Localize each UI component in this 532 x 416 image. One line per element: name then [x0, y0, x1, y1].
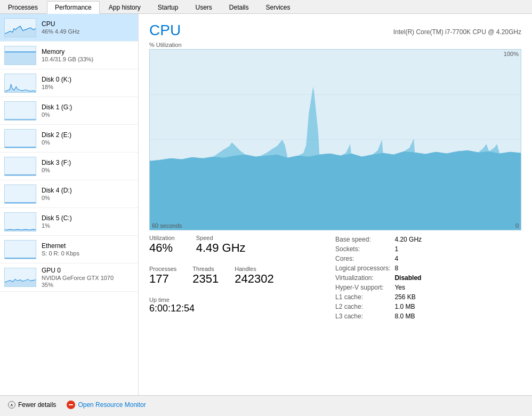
disk1-value: 0%	[42, 111, 134, 118]
info-row-basespeed: Base speed: 4.20 GHz	[335, 235, 422, 244]
gpu0-value: 35%	[42, 282, 134, 288]
hyperv-value: Yes	[394, 283, 422, 292]
utilization-label: % Utilization	[149, 42, 521, 48]
graph-max-label: 100%	[504, 51, 519, 57]
logical-label: Logical processors:	[335, 263, 394, 273]
memory-value: 10.4/31.9 GB (33%)	[42, 56, 134, 62]
handles-stat-value: 242302	[235, 272, 273, 286]
sidebar-item-cpu[interactable]: CPU 46% 4.49 GHz	[0, 14, 138, 42]
disk1-label: Disk 1 (G:)	[42, 103, 134, 111]
stats-right: Base speed: 4.20 GHz Sockets: 1 Cores: 4…	[335, 235, 521, 321]
info-row-sockets: Sockets: 1	[335, 244, 422, 254]
sidebar-item-gpu0[interactable]: GPU 0 NVIDIA GeForce GTX 1070 35%	[0, 263, 138, 292]
tab-app-history[interactable]: App history	[101, 1, 149, 13]
gpu0-info: GPU 0 NVIDIA GeForce GTX 1070 35%	[42, 267, 134, 288]
info-row-l3: L3 cache: 8.0 MB	[335, 311, 422, 321]
detail-header: CPU Intel(R) Core(TM) i7-7700K CPU @ 4.2…	[149, 22, 521, 39]
sidebar-item-disk0[interactable]: Disk 0 (K:) 18%	[0, 69, 138, 97]
info-row-logical: Logical processors: 8	[335, 263, 422, 273]
disk2-info: Disk 2 (E:) 0%	[42, 131, 134, 146]
disk3-value: 0%	[42, 167, 134, 173]
l2-label: L2 cache:	[335, 302, 394, 311]
sockets-label: Sockets:	[335, 244, 394, 254]
threads-stat-value: 2351	[192, 272, 219, 286]
gpu0-subvalue: NVIDIA GeForce GTX 1070	[42, 275, 134, 281]
sidebar-item-memory[interactable]: Memory 10.4/31.9 GB (33%)	[0, 42, 138, 69]
memory-mini-chart	[4, 46, 36, 65]
logical-value: 8	[394, 263, 422, 273]
cpu-label: CPU	[42, 20, 134, 28]
tab-users[interactable]: Users	[187, 1, 220, 13]
ethernet-info: Ethernet S: 0 R: 0 Kbps	[42, 242, 134, 257]
processes-stat-value: 177	[149, 272, 176, 286]
disk4-info: Disk 4 (D:) 0%	[42, 187, 134, 201]
l1-value: 256 KB	[394, 292, 422, 302]
cpu-graph-svg	[150, 50, 521, 230]
ethernet-mini-chart	[4, 240, 36, 259]
ethernet-label: Ethernet	[42, 242, 134, 250]
sidebar-item-disk5[interactable]: Disk 5 (C:) 1%	[0, 208, 138, 236]
base-speed-label: Base speed:	[335, 235, 394, 244]
sidebar-item-disk3[interactable]: Disk 3 (F:) 0%	[0, 153, 138, 180]
detail-title: CPU	[149, 22, 181, 39]
resource-monitor-icon	[67, 401, 75, 409]
chevron-up-icon: ∧	[8, 401, 15, 409]
stats-left: Utilization 46% Speed 4.49 GHz Processes…	[149, 235, 335, 321]
disk3-mini-chart	[4, 157, 36, 176]
uptime-stat: Up time 6:00:12:54	[149, 297, 335, 314]
sidebar-item-disk4[interactable]: Disk 4 (D:) 0%	[0, 180, 138, 208]
sockets-value: 1	[394, 244, 422, 254]
utilization-stat: Utilization 46%	[149, 235, 175, 255]
disk2-label: Disk 2 (E:)	[42, 131, 134, 139]
sidebar-item-ethernet[interactable]: Ethernet S: 0 R: 0 Kbps	[0, 236, 138, 263]
virtualization-label: Virtualization:	[335, 273, 394, 283]
uptime-stat-value: 6:00:12:54	[149, 303, 335, 314]
utilization-stat-label: Utilization	[149, 235, 175, 241]
tab-performance[interactable]: Performance	[47, 1, 100, 14]
handles-stat-label: Handles	[235, 266, 273, 272]
disk1-mini-chart	[4, 101, 36, 121]
footer-bar: ∧ Fewer details Open Resource Monitor	[0, 395, 532, 414]
cores-value: 4	[394, 254, 422, 263]
cpu-value: 46% 4.49 GHz	[42, 28, 134, 35]
fewer-details-button[interactable]: ∧ Fewer details	[8, 401, 56, 409]
virtualization-value: Disabled	[394, 273, 422, 283]
disk0-label: Disk 0 (K:)	[42, 76, 134, 83]
gpu0-label: GPU 0	[42, 267, 134, 274]
disk0-mini-chart	[4, 74, 36, 93]
utilization-stat-value: 46%	[149, 241, 175, 255]
disk4-value: 0%	[42, 195, 134, 201]
cpu-graph: 100% 0 60 seconds	[149, 49, 521, 230]
l3-value: 8.0 MB	[394, 311, 422, 321]
uptime-stat-label: Up time	[149, 297, 335, 303]
disk4-label: Disk 4 (D:)	[42, 187, 134, 194]
disk5-info: Disk 5 (C:) 1%	[42, 214, 134, 229]
hyperv-label: Hyper-V support:	[335, 283, 394, 292]
l1-label: L1 cache:	[335, 292, 394, 302]
open-resource-monitor-button[interactable]: Open Resource Monitor	[67, 401, 146, 409]
disk0-value: 18%	[42, 84, 134, 90]
fewer-details-label: Fewer details	[18, 401, 56, 409]
graph-time-label: 60 seconds	[152, 222, 182, 229]
info-row-hyperv: Hyper-V support: Yes	[335, 283, 422, 292]
info-row-cores: Cores: 4	[335, 254, 422, 263]
disk3-label: Disk 3 (F:)	[42, 159, 134, 166]
sidebar-item-disk1[interactable]: Disk 1 (G:) 0%	[0, 97, 138, 125]
handles-stat: Handles 242302	[235, 266, 273, 286]
tab-startup[interactable]: Startup	[150, 1, 187, 13]
disk0-info: Disk 0 (K:) 18%	[42, 76, 134, 90]
disk4-mini-chart	[4, 185, 36, 204]
tab-processes[interactable]: Processes	[0, 1, 46, 13]
graph-zero-label: 0	[515, 222, 519, 229]
disk2-value: 0%	[42, 139, 134, 146]
disk5-value: 1%	[42, 222, 134, 229]
gpu0-mini-chart	[4, 268, 36, 287]
tab-details[interactable]: Details	[221, 1, 257, 13]
threads-stat: Threads 2351	[192, 266, 219, 286]
tab-bar: Processes Performance App history Startu…	[0, 0, 532, 14]
stats-section: Utilization 46% Speed 4.49 GHz Processes…	[149, 235, 521, 321]
tab-services[interactable]: Services	[258, 1, 299, 13]
disk5-mini-chart	[4, 212, 36, 231]
sidebar-item-disk2[interactable]: Disk 2 (E:) 0%	[0, 125, 138, 153]
l3-label: L3 cache:	[335, 311, 394, 321]
